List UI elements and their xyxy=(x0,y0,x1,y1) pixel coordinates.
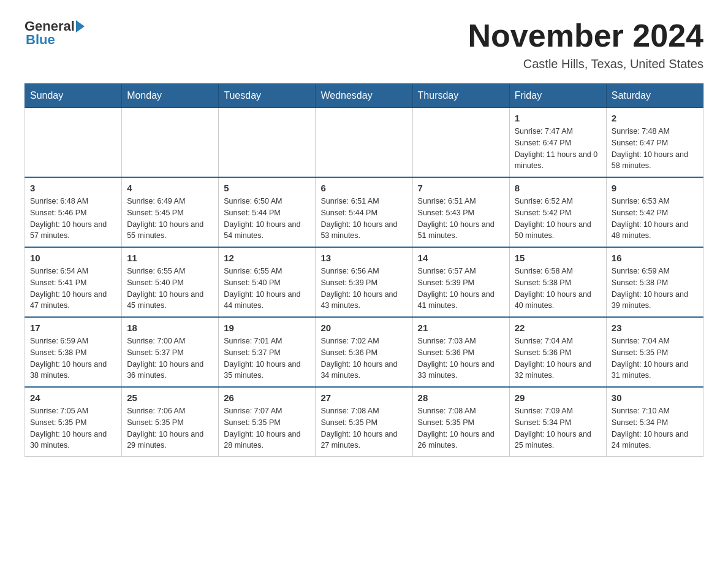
table-row: 30Sunrise: 7:10 AMSunset: 5:34 PMDayligh… xyxy=(606,387,703,457)
table-row: 7Sunrise: 6:51 AMSunset: 5:43 PMDaylight… xyxy=(412,177,509,247)
day-info: Sunrise: 7:00 AMSunset: 5:37 PMDaylight:… xyxy=(127,335,213,381)
calendar-header-row: Sunday Monday Tuesday Wednesday Thursday… xyxy=(25,84,703,108)
table-row xyxy=(122,108,219,178)
day-number: 13 xyxy=(320,253,407,263)
day-number: 27 xyxy=(320,393,407,403)
table-row: 18Sunrise: 7:00 AMSunset: 5:37 PMDayligh… xyxy=(122,317,219,387)
day-number: 8 xyxy=(515,183,601,193)
day-info: Sunrise: 6:51 AMSunset: 5:44 PMDaylight:… xyxy=(320,196,407,242)
table-row: 24Sunrise: 7:05 AMSunset: 5:35 PMDayligh… xyxy=(25,387,122,457)
day-info: Sunrise: 7:06 AMSunset: 5:35 PMDaylight:… xyxy=(127,405,213,451)
table-row: 17Sunrise: 6:59 AMSunset: 5:38 PMDayligh… xyxy=(25,317,122,387)
table-row: 6Sunrise: 6:51 AMSunset: 5:44 PMDaylight… xyxy=(316,177,412,247)
day-number: 19 xyxy=(224,323,310,333)
day-number: 2 xyxy=(612,113,698,123)
day-number: 1 xyxy=(515,113,601,123)
table-row: 19Sunrise: 7:01 AMSunset: 5:37 PMDayligh… xyxy=(219,317,316,387)
header-monday: Monday xyxy=(122,84,219,108)
day-number: 4 xyxy=(127,183,213,193)
day-number: 12 xyxy=(224,253,310,263)
table-row: 13Sunrise: 6:56 AMSunset: 5:39 PMDayligh… xyxy=(316,247,412,317)
day-number: 22 xyxy=(515,323,601,333)
day-number: 25 xyxy=(127,393,213,403)
header-saturday: Saturday xyxy=(606,84,703,108)
header-sunday: Sunday xyxy=(25,84,122,108)
table-row: 5Sunrise: 6:50 AMSunset: 5:44 PMDaylight… xyxy=(219,177,316,247)
table-row: 8Sunrise: 6:52 AMSunset: 5:42 PMDaylight… xyxy=(509,177,606,247)
day-info: Sunrise: 7:01 AMSunset: 5:37 PMDaylight:… xyxy=(224,335,310,381)
calendar-table: Sunday Monday Tuesday Wednesday Thursday… xyxy=(25,83,703,457)
day-number: 17 xyxy=(30,323,116,333)
day-info: Sunrise: 6:55 AMSunset: 5:40 PMDaylight:… xyxy=(224,266,310,312)
day-number: 28 xyxy=(418,393,504,403)
table-row: 15Sunrise: 6:58 AMSunset: 5:38 PMDayligh… xyxy=(509,247,606,317)
day-info: Sunrise: 6:58 AMSunset: 5:38 PMDaylight:… xyxy=(515,266,601,312)
day-info: Sunrise: 6:57 AMSunset: 5:39 PMDaylight:… xyxy=(418,266,504,312)
day-number: 15 xyxy=(515,253,601,263)
table-row: 10Sunrise: 6:54 AMSunset: 5:41 PMDayligh… xyxy=(25,247,122,317)
day-info: Sunrise: 7:03 AMSunset: 5:36 PMDaylight:… xyxy=(418,335,504,381)
day-info: Sunrise: 7:08 AMSunset: 5:35 PMDaylight:… xyxy=(320,405,407,451)
day-number: 23 xyxy=(612,323,698,333)
day-number: 29 xyxy=(515,393,601,403)
table-row xyxy=(316,108,412,178)
header: General Blue November 2024 Castle Hills,… xyxy=(25,18,703,71)
logo: General Blue xyxy=(25,18,85,48)
day-number: 18 xyxy=(127,323,213,333)
table-row: 4Sunrise: 6:49 AMSunset: 5:45 PMDaylight… xyxy=(122,177,219,247)
logo-arrow-icon xyxy=(76,20,85,33)
day-number: 26 xyxy=(224,393,310,403)
day-info: Sunrise: 6:56 AMSunset: 5:39 PMDaylight:… xyxy=(320,266,407,312)
calendar-week-row: 3Sunrise: 6:48 AMSunset: 5:46 PMDaylight… xyxy=(25,177,703,247)
day-info: Sunrise: 6:51 AMSunset: 5:43 PMDaylight:… xyxy=(418,196,504,242)
table-row xyxy=(219,108,316,178)
table-row: 11Sunrise: 6:55 AMSunset: 5:40 PMDayligh… xyxy=(122,247,219,317)
day-info: Sunrise: 7:09 AMSunset: 5:34 PMDaylight:… xyxy=(515,405,601,451)
day-info: Sunrise: 7:04 AMSunset: 5:36 PMDaylight:… xyxy=(515,335,601,381)
table-row: 22Sunrise: 7:04 AMSunset: 5:36 PMDayligh… xyxy=(509,317,606,387)
header-tuesday: Tuesday xyxy=(219,84,316,108)
day-info: Sunrise: 6:59 AMSunset: 5:38 PMDaylight:… xyxy=(30,335,116,381)
calendar-week-row: 24Sunrise: 7:05 AMSunset: 5:35 PMDayligh… xyxy=(25,387,703,457)
table-row xyxy=(412,108,509,178)
table-row: 23Sunrise: 7:04 AMSunset: 5:35 PMDayligh… xyxy=(606,317,703,387)
day-number: 30 xyxy=(612,393,698,403)
table-row: 26Sunrise: 7:07 AMSunset: 5:35 PMDayligh… xyxy=(219,387,316,457)
table-row: 14Sunrise: 6:57 AMSunset: 5:39 PMDayligh… xyxy=(412,247,509,317)
table-row: 1Sunrise: 7:47 AMSunset: 6:47 PMDaylight… xyxy=(509,108,606,178)
day-info: Sunrise: 6:54 AMSunset: 5:41 PMDaylight:… xyxy=(30,266,116,312)
calendar-week-row: 10Sunrise: 6:54 AMSunset: 5:41 PMDayligh… xyxy=(25,247,703,317)
table-row: 27Sunrise: 7:08 AMSunset: 5:35 PMDayligh… xyxy=(316,387,412,457)
table-row: 25Sunrise: 7:06 AMSunset: 5:35 PMDayligh… xyxy=(122,387,219,457)
table-row: 2Sunrise: 7:48 AMSunset: 6:47 PMDaylight… xyxy=(606,108,703,178)
header-thursday: Thursday xyxy=(412,84,509,108)
day-info: Sunrise: 6:50 AMSunset: 5:44 PMDaylight:… xyxy=(224,196,310,242)
table-row: 29Sunrise: 7:09 AMSunset: 5:34 PMDayligh… xyxy=(509,387,606,457)
day-info: Sunrise: 7:48 AMSunset: 6:47 PMDaylight:… xyxy=(612,126,698,172)
table-row: 12Sunrise: 6:55 AMSunset: 5:40 PMDayligh… xyxy=(219,247,316,317)
table-row: 16Sunrise: 6:59 AMSunset: 5:38 PMDayligh… xyxy=(606,247,703,317)
table-row: 21Sunrise: 7:03 AMSunset: 5:36 PMDayligh… xyxy=(412,317,509,387)
calendar-week-row: 17Sunrise: 6:59 AMSunset: 5:38 PMDayligh… xyxy=(25,317,703,387)
header-friday: Friday xyxy=(509,84,606,108)
table-row: 9Sunrise: 6:53 AMSunset: 5:42 PMDaylight… xyxy=(606,177,703,247)
day-number: 21 xyxy=(418,323,504,333)
calendar-week-row: 1Sunrise: 7:47 AMSunset: 6:47 PMDaylight… xyxy=(25,108,703,178)
day-number: 3 xyxy=(30,183,116,193)
day-info: Sunrise: 6:59 AMSunset: 5:38 PMDaylight:… xyxy=(612,266,698,312)
table-row: 20Sunrise: 7:02 AMSunset: 5:36 PMDayligh… xyxy=(316,317,412,387)
day-number: 7 xyxy=(418,183,504,193)
day-info: Sunrise: 7:47 AMSunset: 6:47 PMDaylight:… xyxy=(515,126,601,172)
table-row: 3Sunrise: 6:48 AMSunset: 5:46 PMDaylight… xyxy=(25,177,122,247)
day-info: Sunrise: 6:55 AMSunset: 5:40 PMDaylight:… xyxy=(127,266,213,312)
table-row xyxy=(25,108,122,178)
calendar-title: November 2024 xyxy=(468,18,703,53)
day-info: Sunrise: 6:48 AMSunset: 5:46 PMDaylight:… xyxy=(30,196,116,242)
day-info: Sunrise: 7:04 AMSunset: 5:35 PMDaylight:… xyxy=(612,335,698,381)
day-number: 11 xyxy=(127,253,213,263)
day-info: Sunrise: 6:52 AMSunset: 5:42 PMDaylight:… xyxy=(515,196,601,242)
title-area: November 2024 Castle Hills, Texas, Unite… xyxy=(468,18,703,71)
day-info: Sunrise: 7:08 AMSunset: 5:35 PMDaylight:… xyxy=(418,405,504,451)
day-info: Sunrise: 6:53 AMSunset: 5:42 PMDaylight:… xyxy=(612,196,698,242)
day-number: 10 xyxy=(30,253,116,263)
